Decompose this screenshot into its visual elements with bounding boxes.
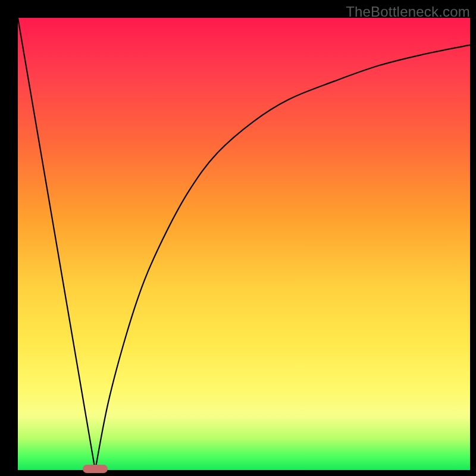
chart-frame: TheBottleneck.com <box>0 0 476 476</box>
watermark-label: TheBottleneck.com <box>346 4 470 20</box>
curve-svg <box>18 18 470 470</box>
bottleneck-marker <box>83 465 108 473</box>
plot-area <box>18 18 470 470</box>
curve-path <box>18 18 470 470</box>
